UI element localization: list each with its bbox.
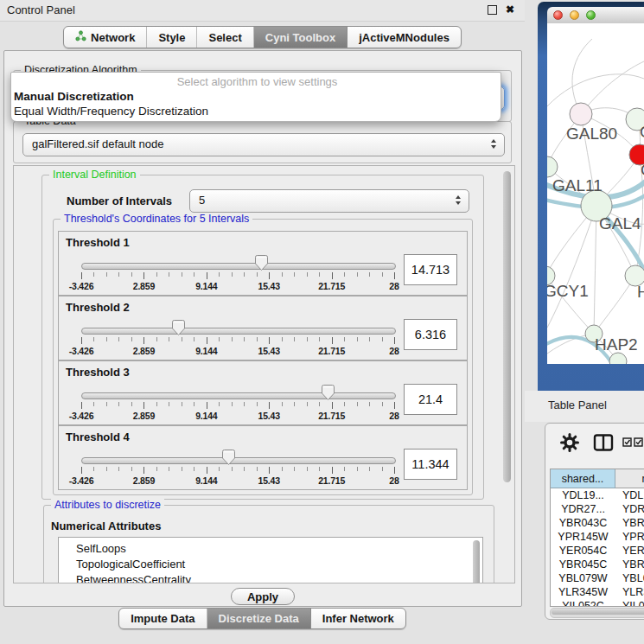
slider-track[interactable] [81,263,396,270]
table-row[interactable]: YER054CYER0 [551,544,644,558]
tab-jactivemnodules[interactable]: jActiveMNodules [348,27,461,48]
table-data-combobox[interactable]: galFiltered.sif default node [22,133,505,156]
slider-tick [232,402,233,406]
slider-tick [219,337,220,341]
slider-tick-label: 2.859 [133,346,155,356]
table-cell[interactable]: YDL1 [615,488,644,502]
minimize-traffic-light-icon[interactable] [570,10,579,20]
table-cell[interactable]: YBL079W [551,571,615,585]
table-cell[interactable]: YIL052C [551,599,615,607]
gear-icon[interactable] [560,433,579,456]
slider-tick [106,337,107,341]
network-canvas[interactable]: GAL80GCGAL11GAL4GCY1HHAP2 [547,23,644,364]
close-panel-icon[interactable]: ✖ [506,5,514,15]
table-cell[interactable]: YPR1 [615,530,644,544]
attribute-list-item[interactable]: BetweennessCentrality [59,572,482,583]
table-cell[interactable]: YER0 [615,544,644,558]
table-cell[interactable]: YPR145W [551,530,615,544]
tab-cyni-toolbox[interactable]: Cyni Toolbox [254,27,348,48]
slider-thumb[interactable] [320,384,336,402]
attribute-list-item[interactable]: TopologicalCoefficient [59,557,482,572]
node-attribute-table[interactable]: shared...naYDL19...YDL1YDR27...YDR2YBR04… [550,469,644,607]
table-cell[interactable]: YDL19... [551,488,615,502]
threshold-label: Threshold 4 [66,430,130,443]
table-row[interactable]: YLR345WYLR3 [551,585,644,599]
algorithm-option[interactable]: Manual Discretization [11,89,501,104]
table-cell[interactable]: YBR043C [551,516,615,530]
combo-stepper-icon[interactable] [491,139,496,149]
algorithm-option[interactable]: Select algorithm to view settings [11,74,501,89]
slider-tick [143,467,144,474]
number-of-intervals-combobox[interactable]: 5 [189,189,469,213]
tab-network[interactable]: Network [64,27,147,48]
table-cell[interactable]: YER054C [551,544,615,558]
threshold-value-input[interactable]: 11.344 [404,449,457,480]
network-edge[interactable] [594,206,596,334]
table-data-value: galFiltered.sif default node [32,137,163,150]
table-row[interactable]: YBL079WYBL0 [551,571,644,585]
slider-track[interactable] [81,457,396,464]
table-cell[interactable]: YLR345W [551,585,615,599]
table-cell[interactable]: YBR045C [551,558,615,571]
horizontal-scrollbar[interactable] [550,608,644,618]
table-cell[interactable]: YDR2 [615,502,644,516]
column-header-name[interactable]: na [615,469,644,488]
tab-infer-network[interactable]: Infer Network [311,609,405,628]
select-columns-icons[interactable] [622,437,643,447]
table-row[interactable]: YIL052CYIL0 [551,599,644,607]
column-layout-icon[interactable] [593,433,614,456]
slider-thumb[interactable] [170,319,187,337]
tab-discretize-data[interactable]: Discretize Data [207,609,311,628]
table-cell[interactable]: YIL0 [615,599,644,607]
network-edge[interactable] [547,74,644,106]
slider-tick [244,402,245,406]
network-window-titlebar[interactable] [547,7,644,24]
table-cell[interactable]: YLR3 [615,585,644,599]
close-traffic-light-icon[interactable] [553,10,563,20]
network-graph[interactable]: GAL80GCGAL11GAL4GCY1HHAP2 [547,23,644,364]
table-row[interactable]: YDL19...YDL1 [551,488,644,502]
slider-track[interactable] [81,392,396,399]
network-node[interactable] [570,103,592,125]
scrollbar-thumb[interactable] [552,609,644,615]
slider-track[interactable] [81,328,396,335]
threshold-value-input[interactable]: 14.713 [404,254,457,285]
zoom-traffic-light-icon[interactable] [586,10,596,20]
attribute-list-item[interactable]: SelfLoops [59,538,482,557]
combo-stepper-icon[interactable] [456,195,461,205]
threshold-value-input[interactable]: 6.316 [404,319,457,350]
numerical-attributes-list[interactable]: SelfLoopsTopologicalCoefficientBetweenne… [58,537,483,583]
network-edge[interactable] [581,61,644,114]
table-cell[interactable]: YBR0 [615,516,644,530]
slider-thumb[interactable] [220,449,237,467]
table-cell[interactable]: YBL0 [615,571,644,585]
slider-tick [207,467,207,474]
algorithm-option[interactable]: Equal Width/Frequency Discretization [11,104,501,118]
table-row[interactable]: YBR045CYBR0 [551,558,644,571]
apply-button[interactable]: Apply [231,588,295,605]
slider-tick [131,272,132,277]
slider-tick [382,467,383,471]
slider-tick [219,467,220,471]
float-window-icon[interactable] [488,5,497,15]
slider-tick [382,337,383,341]
table-row[interactable]: YBR043CYBR0 [551,516,644,530]
table-row[interactable]: YDR27...YDR2 [551,502,644,516]
vertical-scrollbar[interactable] [503,171,511,482]
slider-thumb[interactable] [253,254,270,272]
tab-style[interactable]: Style [147,27,197,48]
column-header-shared-name[interactable]: shared... [551,469,615,488]
tab-impute-data[interactable]: Impute Data [119,609,207,628]
slider-tick [219,272,220,277]
slider-tick-label: 2.859 [133,475,155,486]
slider-tick [118,272,119,277]
slider-tick [182,337,182,341]
tab-select[interactable]: Select [197,27,253,48]
slider-tick-label: -3.426 [69,475,94,486]
table-cell[interactable]: YDR27... [551,502,615,516]
list-scrollbar-thumb[interactable] [473,540,480,583]
slider-tick [182,467,182,471]
table-cell[interactable]: YBR0 [615,558,644,571]
table-row[interactable]: YPR145WYPR1 [551,530,644,544]
threshold-value-input[interactable]: 21.4 [404,384,457,415]
